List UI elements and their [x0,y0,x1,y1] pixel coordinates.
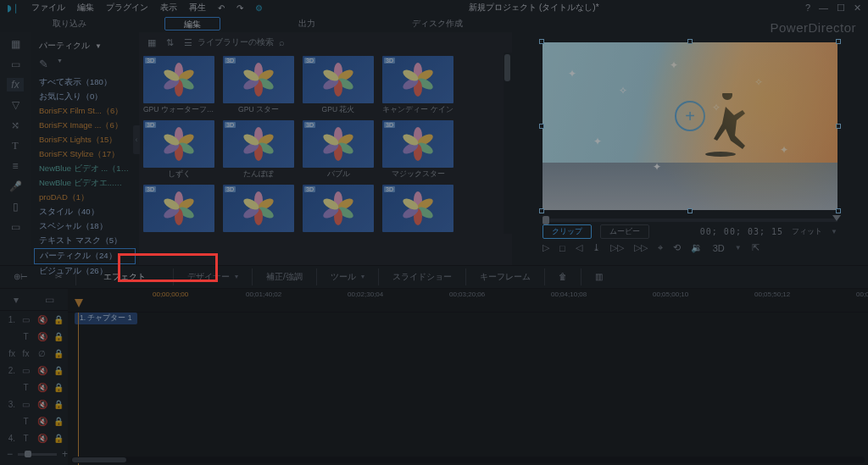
prev-frame-icon[interactable]: ◁ [576,242,582,253]
category-item[interactable]: NewBlue ビデオエ...（10） [34,176,136,191]
effect-thumbnail[interactable]: 3Dバブル [302,120,375,180]
effect-thumbnail[interactable]: 3DGPU スター [222,56,295,115]
more-tools-icon[interactable]: ▥ [581,268,616,285]
lock-icon[interactable]: 🔒 [53,366,64,375]
mute-icon[interactable]: 🔇 [36,332,47,341]
title-room-icon[interactable]: T [7,139,24,152]
mute-icon[interactable]: 🔇 [36,434,47,443]
zoom-in-icon[interactable]: + [62,448,68,460]
add-target-icon[interactable]: + [675,101,705,131]
category-dropdown[interactable]: パーティクル ▼ [34,37,136,54]
export-icon[interactable]: ⤓ [593,242,600,253]
effect-thumbnail[interactable]: 3D [302,185,375,234]
track-header[interactable]: 2.▭🔇🔒 [0,362,68,379]
loop-icon[interactable]: ⟲ [673,242,681,253]
voice-room-icon[interactable]: 🎤 [7,180,24,193]
zoom-out-icon[interactable]: − [7,448,13,460]
lock-icon[interactable]: 🔒 [53,434,64,443]
chevron-down-icon[interactable]: ▼ [57,58,63,70]
mode-import[interactable]: 取り込み [34,17,105,30]
effect-thumbnail[interactable]: 3Dたんぽぽ [222,120,295,180]
track-header[interactable]: fxfx∅🔒 [0,345,68,362]
particle-room-icon[interactable]: ▽ [7,98,24,112]
tool-menu[interactable]: ツール▾ [316,268,378,285]
category-item[interactable]: BorisFX Stylize（17） [34,147,136,162]
snapshot-icon[interactable]: ⌖ [658,242,663,253]
category-item[interactable]: BorisFX Lights（15） [34,133,136,147]
preview-mode-clip[interactable]: クリップ [542,224,592,239]
help-icon[interactable]: ? [805,3,810,13]
mute-icon[interactable]: 🔇 [36,366,47,375]
mute-icon[interactable]: ∅ [36,349,47,358]
track-header[interactable]: 1.▭🔇🔒 [0,311,68,328]
category-item[interactable]: パーティクル（24） [34,248,136,264]
transition-room-icon[interactable]: ⤭ [7,119,24,132]
mute-icon[interactable]: 🔇 [36,417,47,426]
mute-icon[interactable]: 🔇 [36,315,47,324]
lock-icon[interactable]: 🔒 [53,383,64,392]
track-header[interactable]: 3.▭🔇🔒 [0,396,68,412]
maximize-icon[interactable]: ☐ [837,3,845,14]
timeline-ruler[interactable]: 00;00;00;00 00;01;40;0200;02;30;0400;03;… [68,289,868,313]
chapter-room-icon[interactable]: ▯ [7,200,24,213]
mode-disc[interactable]: ディスク作成 [393,17,481,30]
category-item[interactable]: テキスト マスク（5） [34,234,136,248]
effect-thumbnail[interactable]: 3DGPU 花火 [302,56,375,115]
menu-edit[interactable]: 編集 [77,2,94,14]
menu-view[interactable]: 表示 [160,2,177,14]
search-icon[interactable]: ⌕ [279,37,285,47]
category-item[interactable]: スタイル（40） [34,205,136,219]
category-item[interactable]: お気に入り（0） [34,90,136,104]
category-item[interactable]: proDAD（1） [34,191,136,205]
preview-mode-movie[interactable]: ムービー [600,224,649,239]
track-header[interactable]: T🔇🔒 [0,328,68,345]
menu-playback[interactable]: 再生 [189,2,206,14]
menu-icon[interactable]: ☰ [184,37,192,48]
media-room-icon[interactable]: ▦ [7,37,24,51]
mute-icon[interactable]: 🔇 [36,383,47,392]
popout-icon[interactable]: ⇱ [752,242,760,253]
brush-icon[interactable]: ✎ [39,58,48,70]
keyframe-button[interactable]: キーフレーム [465,268,544,285]
trash-icon[interactable]: 🗑 [544,268,581,285]
play-icon[interactable]: ▷ [542,242,549,253]
track-header[interactable]: 4.T🔇🔒 [0,429,68,446]
lock-icon[interactable]: 🔒 [53,332,64,341]
audio-room-icon[interactable]: ≡ [7,159,24,173]
menu-plugin[interactable]: プラグイン [106,2,148,14]
designer-menu[interactable]: デザイナー▾ [173,268,252,285]
preview-seek-bar[interactable] [542,219,837,222]
chapter-icon[interactable]: ▭ [45,294,54,306]
preview-3d-toggle[interactable]: 3D [713,243,725,253]
lock-icon[interactable]: 🔒 [53,400,64,409]
library-scrollbar[interactable] [504,53,512,234]
effect-thumbnail[interactable]: 3D [142,185,215,234]
minimize-icon[interactable]: — [819,3,828,13]
effect-thumbnail[interactable]: 3Dキャンディー ケイン [381,56,454,115]
category-item[interactable]: BorisFX Film St...（6） [34,104,136,119]
undo-icon[interactable]: ↶ [218,3,225,13]
collapse-handle-icon[interactable]: ‹ [133,125,140,154]
effect-button[interactable]: エフェクト [75,268,173,285]
timeline-zoom[interactable]: − + [3,445,71,463]
category-item[interactable]: スペシャル（18） [34,219,136,234]
lock-icon[interactable]: 🔒 [53,315,64,324]
preview-fit-dropdown[interactable]: フィット [792,226,822,237]
effect-thumbnail[interactable]: 3DGPU ウォーターフォール [142,56,215,115]
fx-room-icon[interactable]: fx [7,78,24,91]
track-header[interactable]: T🔇🔒 [0,379,68,396]
lock-icon[interactable]: 🔒 [53,349,64,358]
redo-icon[interactable]: ↷ [236,3,243,13]
effect-thumbnail[interactable]: 3Dしずく [142,120,215,180]
correct-button[interactable]: 補正/強調 [252,268,316,285]
effect-thumbnail[interactable]: 3D [222,185,295,234]
track-header[interactable]: T🔇🔒 [0,412,68,429]
settings-gear-icon[interactable]: ⚙ [255,3,263,13]
stop-icon[interactable]: □ [559,243,565,253]
fast-forward-icon[interactable]: ▷▷ [634,242,648,253]
chapter-marker[interactable]: 1. チャプター 1 [75,313,137,324]
pip-room-icon[interactable]: ▭ [7,58,24,71]
slideshow-button[interactable]: スライドショー [378,268,465,285]
subtitle-room-icon[interactable]: ▭ [7,220,24,234]
mute-icon[interactable]: 🔇 [36,400,47,409]
